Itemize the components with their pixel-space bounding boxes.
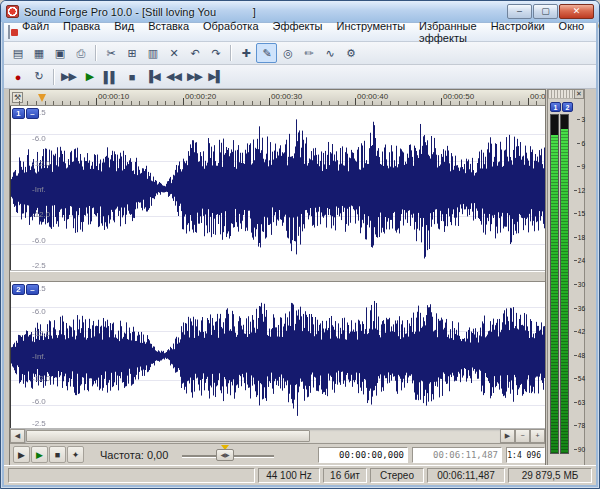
playbar-play-button[interactable]: ▶ [31, 446, 48, 463]
meter-bar-left [550, 114, 559, 454]
play-icon: ▶ [86, 70, 93, 83]
scroll-right-button[interactable]: ▶ [500, 429, 515, 443]
envelope-tool-icon: ∿ [325, 47, 333, 60]
channel-2-minimize-button[interactable]: – [26, 284, 39, 295]
rewind-button[interactable]: ◀◀ [163, 67, 184, 87]
waveform-canvas-2[interactable] [10, 282, 545, 429]
total-length-field[interactable]: 00:06:11,487 [412, 447, 502, 463]
status-field: 16 бит [323, 468, 367, 483]
playbar: Частота: 0,00 ◀▶ 00:00:00,000 00:06:11,4… [10, 444, 545, 466]
meter-scale-label: 24 [578, 257, 585, 264]
save-file-icon: ▣ [55, 47, 64, 60]
channel-2-label[interactable]: 2 [12, 284, 25, 295]
stop-button[interactable]: ■ [121, 67, 142, 87]
zoom-in-button[interactable]: + [530, 429, 545, 443]
channel-1-label[interactable]: 1 [12, 108, 25, 119]
meter-scale-label: 90 [578, 446, 585, 453]
envelope-tool-button[interactable]: ∿ [319, 43, 340, 63]
playbar-scrub-icon: ✦ [72, 450, 80, 460]
menu-item[interactable]: Настройки [484, 18, 552, 47]
zoom-out-button[interactable]: − [515, 429, 530, 443]
db-label: -6.0 [32, 236, 46, 245]
meter-scale-label: 78 [578, 422, 585, 429]
print-button[interactable]: ⎙ [70, 43, 91, 63]
playbar-play-all-button[interactable]: ▶ [13, 446, 30, 463]
ruler-label: 00:01:00 [530, 92, 545, 101]
ruler-label: 00:00:10 [98, 92, 129, 101]
cut-button[interactable]: ✂ [100, 43, 121, 63]
ruler-tick [62, 101, 63, 105]
play-all-icon: ▶▶ [61, 70, 76, 83]
channel-1-minimize-button[interactable]: – [26, 108, 39, 119]
ruler-tick [243, 101, 244, 105]
horizontal-scrollbar[interactable]: ◀ ▶ − + [10, 429, 545, 444]
trim-button[interactable]: ✕ [163, 43, 184, 63]
scrollbar-thumb[interactable] [26, 430, 310, 442]
scrollbar-track[interactable] [25, 429, 500, 443]
scrub-slider-thumb[interactable]: ◀▶ [216, 449, 234, 461]
meters-close-button[interactable]: ✕ [574, 89, 584, 99]
edit-tool-button[interactable]: ✎ [256, 43, 277, 63]
db-label: -12.0 [32, 210, 50, 219]
ruler-tick [372, 101, 373, 105]
pause-icon: ▌▌ [104, 71, 118, 83]
ruler-tick [217, 101, 218, 105]
meter-scale-label: 63 [578, 399, 585, 406]
time-ruler[interactable]: ⚒ 00:00:1000:00:2000:00:3000:00:4000:00:… [10, 90, 545, 106]
go-to-start-button[interactable]: ▐◀ [142, 67, 163, 87]
ruler-tick [398, 101, 399, 105]
play-button[interactable]: ▶ [79, 67, 100, 87]
meter-scale-label: 12 [578, 187, 585, 194]
ruler-tick [493, 101, 494, 105]
paste-button[interactable]: ▥ [142, 43, 163, 63]
waveform-channel-1[interactable]: -2.5-6.0-12.0-Inf.-12.0-6.0-2.5 [10, 106, 545, 271]
scroll-left-button[interactable]: ◀ [10, 429, 25, 443]
go-to-end-button[interactable]: ▶▌ [205, 67, 226, 87]
ruler-tick [148, 101, 149, 105]
open-file-button[interactable]: ▦ [28, 43, 49, 63]
waveform-canvas-1[interactable] [10, 106, 545, 271]
ruler-tick [105, 101, 106, 105]
ruler-tick [329, 101, 330, 105]
redo-button[interactable]: ↷ [205, 43, 226, 63]
new-file-button[interactable]: ▤ [7, 43, 28, 63]
preferences-button[interactable]: ⚙ [340, 43, 361, 63]
menu-item[interactable]: Справка [591, 18, 600, 47]
meter-scale-label: 54 [578, 375, 585, 382]
record-button[interactable]: ● [7, 67, 28, 87]
pencil-tool-button[interactable]: ✏ [298, 43, 319, 63]
toolbar-separator [230, 45, 231, 61]
playbar-stop-button[interactable]: ■ [49, 446, 66, 463]
play-all-button[interactable]: ▶▶ [58, 67, 79, 87]
ruler-options-icon[interactable]: ⚒ [12, 92, 23, 103]
ruler-tick [519, 101, 520, 105]
zoom-ratio-field[interactable]: 1:4 096 [506, 447, 545, 463]
menu-item[interactable]: Окно [552, 18, 592, 47]
db-label: -6.0 [32, 307, 46, 316]
ruler-tick [407, 101, 408, 105]
repair-button[interactable]: ✚ [235, 43, 256, 63]
playbar-scrub-button[interactable]: ✦ [67, 446, 84, 463]
meters-panel: ✕ 1 2 369121518243036424854637890 [547, 89, 585, 467]
meter-channel-2-label[interactable]: 2 [562, 102, 573, 112]
ruler-tick [295, 101, 296, 105]
menu-item[interactable]: Избранные эффекты [412, 18, 484, 47]
pause-button[interactable]: ▌▌ [100, 67, 121, 87]
ruler-tick [191, 101, 192, 105]
document-icon[interactable] [8, 25, 10, 39]
ruler-tick [226, 101, 227, 105]
magnify-tool-button[interactable]: ◎ [277, 43, 298, 63]
loop-playback-button[interactable]: ↻ [28, 67, 49, 87]
rewind-icon: ◀◀ [166, 70, 181, 83]
meter-channel-1-label[interactable]: 1 [550, 102, 561, 112]
forward-button[interactable]: ▶▶ [184, 67, 205, 87]
channel-splitter[interactable] [10, 271, 545, 282]
copy-button[interactable]: ⊞ [121, 43, 142, 63]
cursor-position-field[interactable]: 00:00:00,000 [318, 447, 408, 463]
redo-icon: ↷ [211, 47, 219, 60]
waveform-channel-2[interactable]: -2.5-6.0-12.0-Inf.-12.0-6.0-2.5 [10, 282, 545, 429]
ruler-tick [312, 101, 313, 105]
undo-button[interactable]: ↶ [184, 43, 205, 63]
status-field: 44 100 Hz [258, 468, 320, 483]
save-file-button[interactable]: ▣ [49, 43, 70, 63]
